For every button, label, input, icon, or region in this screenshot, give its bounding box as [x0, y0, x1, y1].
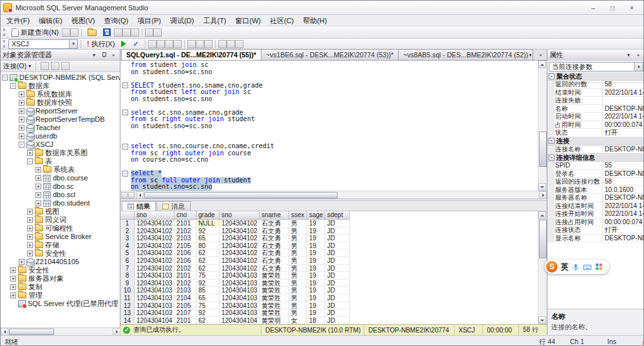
table-cell[interactable]: 92: [196, 227, 220, 235]
code-line[interactable]: [120, 164, 538, 171]
table-cell[interactable]: 1204304102: [135, 242, 175, 250]
property-value[interactable]: DESKTOP-NBME2IK: [603, 170, 644, 178]
table-cell[interactable]: 19: [307, 302, 325, 310]
open-file-button[interactable]: [84, 27, 100, 37]
table-cell[interactable]: 2101: [175, 317, 196, 324]
table-cell[interactable]: 92: [196, 309, 220, 317]
collapse-icon[interactable]: -: [10, 83, 16, 89]
menu-item[interactable]: 帮助(H): [298, 15, 331, 26]
table-cell[interactable]: 1204304102: [135, 257, 175, 265]
collapse-icon[interactable]: -: [19, 142, 24, 148]
table-cell[interactable]: 19: [307, 272, 325, 280]
table-cell[interactable]: 石文勇: [260, 220, 289, 227]
code-line[interactable]: on student.sno=sc.sno: [120, 184, 538, 191]
table-cell[interactable]: JD: [325, 309, 350, 317]
document-tab[interactable]: SQLQuery1.sql - DE...ME2IK\20774 (55))*: [121, 49, 261, 60]
expand-icon[interactable]: +: [10, 293, 16, 298]
property-section[interactable]: -聚合状态: [547, 72, 644, 81]
expand-icon[interactable]: +: [10, 267, 16, 273]
table-cell[interactable]: 1204304103: [135, 294, 175, 302]
table-cell[interactable]: 2104: [175, 294, 196, 302]
table-cell[interactable]: 19: [307, 265, 325, 273]
tab-list-dropdown-icon[interactable]: ▾: [526, 51, 535, 59]
table-cell[interactable]: NULL: [196, 220, 220, 227]
table-cell[interactable]: JD: [325, 235, 350, 242]
table-cell[interactable]: 2102: [175, 280, 196, 287]
toolbar-icon[interactable]: [204, 40, 213, 48]
code-line[interactable]: on student.sno=sc.sno: [120, 96, 538, 103]
table-cell[interactable]: 1204304102: [220, 227, 260, 235]
expand-icon[interactable]: +: [35, 200, 41, 206]
properties-object-combo[interactable]: 当前连接参数 ▼: [549, 62, 643, 72]
keyboard-icon[interactable]: [583, 263, 592, 271]
table-cell[interactable]: 62: [196, 265, 220, 273]
expand-icon[interactable]: +: [27, 217, 33, 223]
property-value[interactable]: DESKTOP-NBME2IK: [603, 194, 644, 202]
table-cell[interactable]: JD: [325, 280, 350, 287]
expand-icon[interactable]: +: [35, 167, 41, 173]
table-cell[interactable]: 75: [196, 272, 220, 280]
expand-icon[interactable]: +: [10, 284, 16, 290]
tree-item[interactable]: -数据库: [1, 81, 120, 90]
toolbar-grip[interactable]: [3, 40, 6, 48]
table-cell[interactable]: JD: [325, 302, 350, 310]
parse-button[interactable]: ✓: [129, 39, 142, 49]
table-cell[interactable]: 1204304102: [220, 235, 260, 242]
tree-item[interactable]: +ReportServerTempDB: [1, 115, 120, 123]
table-row[interactable]: 812043041032101751204304103黄荣胜男19JD: [120, 272, 547, 280]
tree-item[interactable]: +dbo.course: [1, 173, 120, 182]
expand-icon[interactable]: +: [27, 234, 33, 240]
ime-language-indicator[interactable]: 英: [561, 262, 569, 273]
table-cell[interactable]: 黄荣明: [260, 317, 289, 324]
table-row[interactable]: 112043041022101NULL1204304102石文勇男19JD: [120, 220, 547, 227]
menu-item[interactable]: 视图(V): [67, 15, 100, 26]
maximize-button[interactable]: □: [603, 3, 621, 13]
close-icon[interactable]: ×: [109, 51, 118, 59]
table-cell[interactable]: 1204304102: [135, 220, 175, 227]
table-cell[interactable]: 男: [289, 272, 307, 280]
tree-item[interactable]: +安全性: [1, 249, 120, 257]
property-value[interactable]: DESKTOP-NBME2IK: [603, 235, 644, 242]
table-cell[interactable]: 1204304103: [220, 309, 260, 317]
property-row[interactable]: 状态打开: [547, 129, 644, 137]
property-row[interactable]: 名称DESKTOP-NBME2IK: [547, 105, 644, 113]
table-row[interactable]: 312043041022103651204304102石文勇男19JD: [120, 235, 547, 242]
property-row[interactable]: 登录名DESKTOP-NBME2IK: [547, 170, 644, 178]
tree-item[interactable]: +dbo.sc: [1, 182, 120, 190]
table-cell[interactable]: 男: [289, 227, 307, 235]
property-row[interactable]: 启动时间2022/10/14 14:48:46: [547, 113, 644, 121]
table-cell[interactable]: 男: [289, 265, 307, 273]
property-value[interactable]: 55: [603, 162, 644, 169]
table-cell[interactable]: 19: [307, 242, 325, 250]
stop-icon[interactable]: [61, 62, 70, 70]
property-value[interactable]: 打开: [603, 226, 644, 234]
table-cell[interactable]: JD: [325, 220, 350, 227]
tree-item[interactable]: +服务器对象: [1, 274, 120, 282]
table-cell[interactable]: 黄荣胜: [260, 294, 289, 302]
toolbar-icon[interactable]: [153, 28, 162, 37]
table-cell[interactable]: 1204304102: [220, 265, 260, 273]
tree-item[interactable]: +复制: [1, 282, 120, 291]
ime-logo-icon[interactable]: S: [546, 261, 558, 273]
tree-item[interactable]: +Service Broker: [1, 232, 120, 240]
close-document-icon[interactable]: ×: [536, 51, 545, 59]
table-cell[interactable]: 1204304102: [220, 257, 260, 265]
table-row[interactable]: 912043041032102921204304103黄荣胜男19JD: [120, 280, 547, 287]
fold-collapse-icon[interactable]: -: [122, 171, 128, 177]
table-cell[interactable]: 黄荣胜: [260, 302, 289, 310]
split-handle[interactable]: [121, 192, 128, 198]
property-value[interactable]: DESKTOP-NBME2IK: [603, 105, 644, 113]
table-cell[interactable]: 1204304102: [220, 220, 260, 227]
table-cell[interactable]: 1204304103: [135, 272, 175, 280]
table-cell[interactable]: 19: [307, 309, 325, 317]
collapse-icon[interactable]: -: [549, 138, 554, 144]
table-cell[interactable]: 黄荣胜: [260, 309, 289, 317]
expand-icon[interactable]: +: [35, 175, 41, 181]
property-value[interactable]: 打开: [603, 129, 644, 137]
table-row[interactable]: 212043041022102921204304102石文勇男19JD: [120, 227, 547, 235]
toolbar-icon[interactable]: [196, 40, 204, 48]
table-cell[interactable]: 2106: [175, 249, 196, 257]
toolbar-icon[interactable]: [187, 40, 196, 48]
tree-item[interactable]: +Teacher: [1, 123, 120, 131]
scroll-thumb[interactable]: [539, 220, 547, 258]
